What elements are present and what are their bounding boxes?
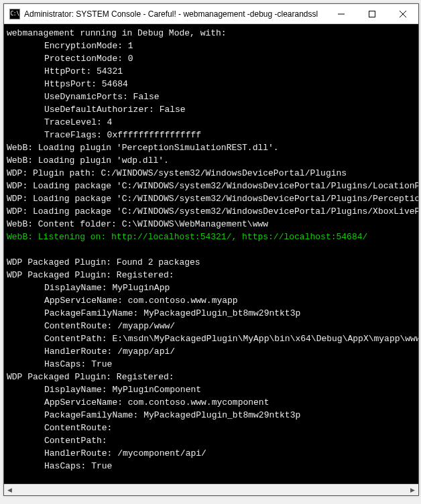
- scroll-right-arrow-icon[interactable]: ▶: [407, 485, 418, 496]
- window-title: Administrator: SYSTEM Console - Careful!…: [24, 9, 326, 19]
- console-line: HandlerRoute: /mycomponent/api/: [44, 447, 416, 460]
- console-line: AppServiceName: com.contoso.www.myapp: [44, 294, 416, 307]
- console-line: UseDefaultAuthorizer: False: [44, 103, 416, 116]
- console-line: HasCaps: True: [44, 358, 416, 371]
- window-controls: [326, 4, 418, 23]
- close-icon: [400, 11, 406, 17]
- console-line: ContentPath:: [44, 434, 416, 447]
- console-line: WebB: Loading plugin 'PerceptionSimulati…: [7, 143, 279, 153]
- console-window: C:\ Administrator: SYSTEM Console - Care…: [3, 3, 419, 496]
- console-line-listening: WebB: Listening on: http://localhost:543…: [7, 232, 367, 242]
- close-button[interactable]: [387, 4, 418, 23]
- titlebar[interactable]: C:\ Administrator: SYSTEM Console - Care…: [4, 4, 418, 24]
- console-line: UseDynamicPorts: False: [44, 90, 416, 103]
- console-line: EncryptionMode: 1: [44, 40, 416, 52]
- console-line: ContentRoute: /myapp/www/: [44, 320, 416, 332]
- console-line: [7, 245, 12, 255]
- console-line: WDP: Loading package 'C:/WINDOWS/system3…: [7, 181, 418, 191]
- console-line: webmanagement running in Debug Mode, wit…: [7, 28, 227, 38]
- console-line: WDP: Loading package 'C:/WINDOWS/system3…: [7, 194, 418, 204]
- console-line: TraceLevel: 4: [44, 116, 416, 129]
- console-line: DisplayName: MyPluginComponent: [44, 383, 416, 396]
- console-line: DisplayName: MyPluginApp: [44, 281, 416, 294]
- console-line: ContentPath: E:\msdn\MyPackagedPlugin\My…: [44, 332, 416, 345]
- console-line: TraceFlags: 0xffffffffffffffff: [44, 129, 416, 141]
- console-line: WDP Packaged Plugin: Registered:: [7, 372, 174, 382]
- console-output[interactable]: webmanagement running in Debug Mode, wit…: [4, 24, 418, 484]
- console-line: WDP: Loading package 'C:/WINDOWS/system3…: [7, 206, 418, 216]
- cmd-icon: C:\: [9, 9, 20, 19]
- console-line: ProtectionMode: 0: [44, 52, 416, 65]
- scroll-left-arrow-icon[interactable]: ◀: [4, 485, 15, 496]
- maximize-icon: [369, 11, 375, 17]
- svg-rect-1: [369, 11, 375, 17]
- horizontal-scrollbar[interactable]: ◀ ▶: [4, 484, 418, 495]
- console-line: WebB: Content folder: C:\WINDOWS\WebMana…: [7, 219, 268, 229]
- scroll-track[interactable]: [15, 485, 407, 495]
- maximize-button[interactable]: [357, 4, 387, 23]
- console-line: WDP Packaged Plugin: Registered:: [7, 270, 174, 280]
- console-line: HasCaps: True: [44, 460, 416, 472]
- console-line: AppServiceName: com.contoso.www.mycompon…: [44, 396, 416, 409]
- minimize-icon: [338, 11, 345, 17]
- console-line: WDP: Plugin path: C:/WINDOWS/system32/Wi…: [7, 168, 347, 178]
- console-line: WebB: Loading plugin 'wdp.dll'.: [7, 155, 169, 166]
- console-line: ContentRoute:: [44, 422, 416, 434]
- console-line: HttpPort: 54321: [44, 65, 416, 78]
- minimize-button[interactable]: [326, 4, 357, 23]
- console-line: HttpsPort: 54684: [44, 78, 416, 90]
- console-line: HandlerRoute: /myapp/api/: [44, 345, 416, 358]
- console-line: WDP Packaged Plugin: Found 2 packages: [7, 257, 200, 267]
- console-line: PackageFamilyName: MyPackagedPlugin_bt8m…: [44, 307, 416, 320]
- console-line: PackageFamilyName: MyPackagedPlugin_bt8m…: [44, 409, 416, 422]
